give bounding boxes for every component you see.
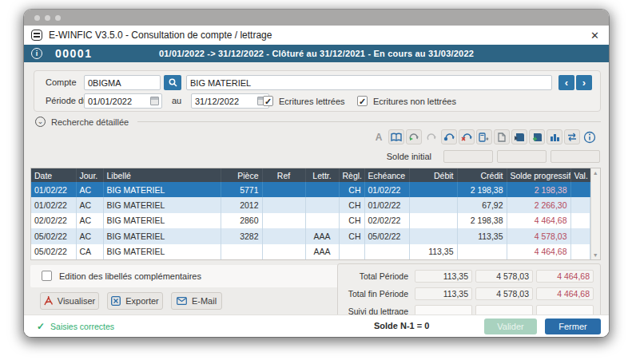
cell-debit: [409, 182, 457, 197]
document-button[interactable]: [494, 129, 510, 144]
status-text: Saisies correctes: [50, 322, 114, 331]
app-window: E-WINFIC V3.5.0 - Consultation de compte…: [24, 10, 609, 337]
delettrage-button[interactable]: [459, 129, 475, 144]
ecritures-lettrees-label: Ecritures lettrées: [279, 97, 345, 106]
col-header-echeance[interactable]: Echéance: [364, 168, 409, 182]
cell-jour: AC: [76, 213, 103, 228]
col-header-val[interactable]: Val.: [570, 168, 590, 182]
ecritures-lettrees-checkbox[interactable]: ✓: [263, 96, 273, 106]
recherche-detaillee-expander[interactable]: ⌄ Recherche détaillée: [35, 117, 601, 127]
solde-initial-credit-field: [497, 150, 547, 163]
font-button[interactable]: A: [371, 129, 387, 144]
cell-echeance: 02/02/22: [364, 213, 409, 228]
cell-ref: [262, 182, 305, 197]
ecritures-non-lettrees-checkbox[interactable]: ✓: [357, 96, 368, 106]
fiscal-period-info: 01/01/2022 -> 31/12/2022 - Clôturé au 31…: [24, 49, 609, 58]
col-header-ref[interactable]: Ref: [262, 168, 305, 182]
journal-book-button[interactable]: [388, 129, 404, 144]
cell-libelle: BIG MATERIEL: [103, 182, 221, 197]
table-row[interactable]: 01/02/22ACBIG MATERIEL2012CH01/02/2267,9…: [31, 197, 590, 212]
total-fin-periode-debit: 113,35: [415, 287, 472, 300]
cell-solde: 2 266,30: [507, 197, 570, 212]
table-row[interactable]: 05/02/22CABIG MATERIELAAA113,354 464,68: [31, 244, 590, 259]
col-header-debit[interactable]: Débit: [409, 168, 457, 182]
total-periode-credit: 4 578,03: [475, 270, 533, 283]
lettrage-auto-button[interactable]: [406, 129, 422, 144]
email-button[interactable]: E-Mail: [171, 292, 222, 310]
solde-initial-row: Solde initial: [24, 150, 601, 164]
col-header-credit[interactable]: Crédit: [457, 168, 507, 182]
lettrage-manuel-button[interactable]: [423, 129, 439, 144]
col-header-libelle[interactable]: Libellé: [103, 168, 221, 182]
calcul-button[interactable]: [476, 129, 492, 144]
graphique-button[interactable]: [547, 129, 562, 144]
col-header-piece[interactable]: Pièce: [221, 168, 262, 182]
open-book-icon: [391, 133, 402, 142]
scroll-up-icon[interactable]: ▲: [591, 170, 601, 176]
desktop-background: E-WINFIC V3.5.0 - Consultation de compte…: [0, 0, 632, 364]
fermer-button[interactable]: Fermer: [545, 318, 601, 334]
bar-chart-icon: [550, 133, 560, 141]
visualiser-button[interactable]: Visualiser: [40, 292, 99, 310]
solde-initial-solde-field: [551, 150, 600, 163]
total-fin-periode-credit: 4 578,03: [475, 287, 533, 300]
window-dot-icon[interactable]: [34, 15, 40, 21]
swap-arrows-icon: [566, 133, 578, 141]
cell-date: 01/02/22: [31, 197, 76, 212]
consultation-piece-button[interactable]: [511, 129, 527, 144]
cell-jour: AC: [76, 182, 103, 197]
cell-debit: 113,35: [409, 244, 457, 259]
edition-libelles-label: Edition des libellés complémentaires: [59, 271, 201, 281]
information-button[interactable]: [582, 129, 598, 144]
ledger-table-container: Date Jour. Libellé Pièce Ref Lettr. Règl…: [30, 168, 601, 260]
edition-libelles-checkbox[interactable]: [42, 271, 52, 281]
letter-a-icon: A: [376, 132, 383, 143]
cell-libelle: BIG MATERIEL: [103, 213, 221, 228]
calendar-icon[interactable]: [150, 97, 159, 105]
cell-libelle: BIG MATERIEL: [103, 228, 221, 243]
close-icon[interactable]: ✕: [590, 30, 599, 41]
table-scrollbar[interactable]: ▲ ▼: [590, 168, 601, 259]
ajout-piece-button[interactable]: [529, 129, 545, 144]
col-header-solde[interactable]: Solde progressif: [507, 168, 570, 182]
compte-label: Compte: [46, 77, 77, 87]
cell-credit: 113,35: [457, 228, 507, 243]
info-circle-icon: [583, 131, 596, 144]
cell-ref: [262, 213, 305, 228]
compte-name-input[interactable]: [186, 75, 552, 90]
pdf-icon: [44, 296, 53, 306]
col-header-date[interactable]: Date: [31, 168, 76, 182]
search-icon: [169, 78, 177, 87]
cell-debit: [409, 228, 457, 243]
previous-account-button[interactable]: ‹: [558, 75, 574, 90]
cell-lettr: [305, 197, 339, 212]
chevron-down-icon: ⌄: [35, 117, 46, 127]
valider-button[interactable]: Valider: [484, 318, 537, 334]
recherche-detaillee-label: Recherche détaillée: [51, 117, 129, 127]
cell-echeance: 05/02/22: [364, 228, 409, 243]
cell-credit: 2 198,38: [457, 182, 507, 197]
window-dot-icon[interactable]: [45, 15, 50, 21]
col-header-regl[interactable]: Règl.: [339, 168, 364, 182]
cell-credit: 2 198,38: [457, 213, 507, 228]
table-row[interactable]: 02/02/22ACBIG MATERIEL2860CH02/02/222 19…: [31, 213, 590, 228]
cell-val: [570, 213, 590, 228]
col-header-jour[interactable]: Jour.: [76, 168, 103, 182]
cell-solde: 4 578,03: [507, 228, 570, 243]
window-dot-icon[interactable]: [55, 15, 61, 21]
actualiser-button[interactable]: [564, 129, 580, 144]
chevron-left-icon: ‹: [565, 77, 568, 89]
total-fin-periode-solde: 4 464,68: [536, 287, 594, 300]
scroll-down-icon[interactable]: ▼: [591, 252, 601, 258]
next-account-button[interactable]: ›: [576, 75, 592, 90]
search-button[interactable]: [164, 75, 181, 90]
col-header-lettr[interactable]: Lettr.: [305, 168, 339, 182]
compte-input[interactable]: [84, 75, 161, 90]
cell-lettr: [305, 213, 339, 228]
exporter-button[interactable]: Exporter: [107, 292, 163, 310]
compte-row: Compte ‹ ›: [34, 75, 600, 91]
pointage-button[interactable]: [441, 129, 457, 144]
table-row[interactable]: 01/02/22ACBIG MATERIEL5771CH01/02/222 19…: [31, 182, 590, 197]
periode-label: Période du: [46, 96, 88, 105]
table-row[interactable]: 05/02/22ACBIG MATERIEL3282AAACH05/02/221…: [31, 228, 590, 243]
